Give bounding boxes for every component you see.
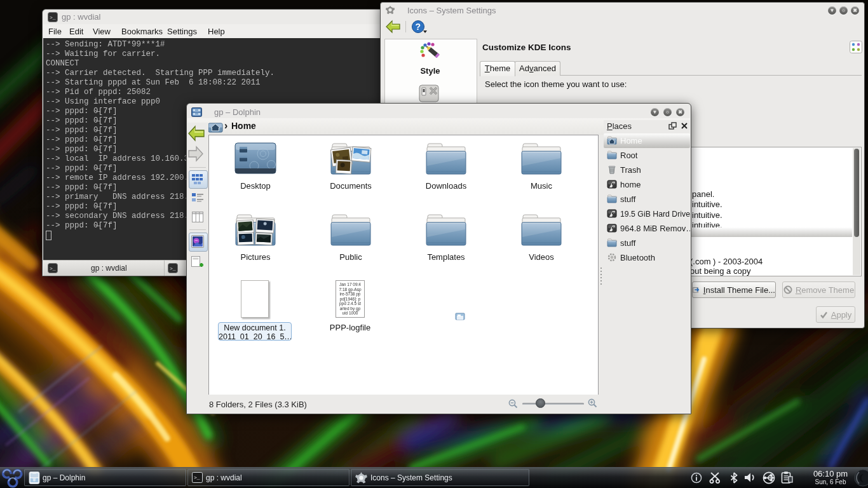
svg-text:?: ? (416, 22, 421, 32)
svg-text:>_: >_ (194, 475, 200, 480)
svg-text:>_: >_ (50, 15, 56, 20)
svg-text:>_: >_ (170, 266, 176, 271)
svg-text:>_: >_ (50, 266, 56, 271)
